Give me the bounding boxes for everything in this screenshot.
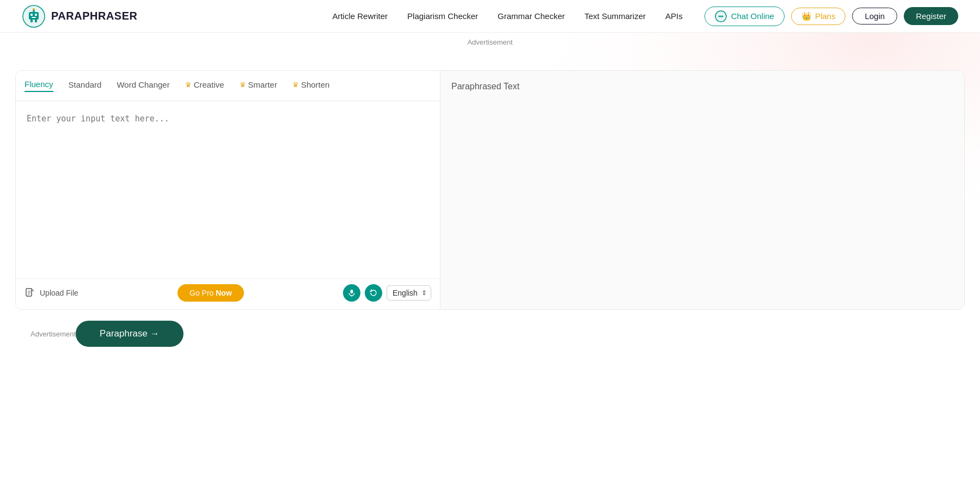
go-pro-now-label: Now <box>216 289 232 297</box>
nav-article-rewriter[interactable]: Article Rewriter <box>332 11 388 21</box>
crown-icon: 👑 <box>801 11 812 21</box>
ad-top: Advertisement <box>0 33 980 48</box>
svg-rect-9 <box>35 20 37 22</box>
nav-apis[interactable]: APIs <box>665 11 683 21</box>
paraphrase-area: Advertisement Paraphrase → <box>15 310 965 358</box>
svg-rect-15 <box>26 289 32 296</box>
header-actions: Chat Online 👑 Plans Login Register <box>705 7 958 26</box>
svg-rect-8 <box>30 20 33 22</box>
tab-shorten[interactable]: ♛ Shorten <box>292 80 330 91</box>
footer-right: English ⇕ <box>343 284 431 302</box>
tab-word-changer-label: Word Changer <box>117 80 169 89</box>
tab-smarter-label: Smarter <box>248 80 277 89</box>
go-pro-label: Go Pro <box>189 289 216 297</box>
paraphrase-button[interactable]: Paraphrase → <box>76 321 183 347</box>
microphone-icon <box>348 289 356 297</box>
go-pro-button[interactable]: Go Pro Now <box>177 284 244 302</box>
tool-panel: Fluency Standard Word Changer ♛ Creative… <box>15 70 965 310</box>
svg-rect-4 <box>32 17 36 18</box>
register-button[interactable]: Register <box>904 7 958 25</box>
language-select[interactable]: English <box>387 285 431 301</box>
tab-creative-label: Creative <box>194 80 224 89</box>
plans-label: Plans <box>815 11 836 21</box>
upload-file-button[interactable]: Upload File <box>24 287 78 298</box>
nav-text-summarizer[interactable]: Text Summarizer <box>584 11 646 21</box>
smarter-crown-icon: ♛ <box>240 81 246 89</box>
svg-point-7 <box>33 8 35 10</box>
input-textarea[interactable] <box>16 101 440 278</box>
logo-icon <box>22 4 46 28</box>
tab-word-changer[interactable]: Word Changer <box>117 80 169 91</box>
svg-point-12 <box>720 15 721 17</box>
refresh-button[interactable] <box>365 284 382 302</box>
language-wrapper: English ⇕ <box>387 285 431 301</box>
tab-shorten-label: Shorten <box>301 80 330 89</box>
output-panel: Paraphrased Text <box>440 71 964 309</box>
tab-fluency[interactable]: Fluency <box>24 79 53 92</box>
nav-grammar-checker[interactable]: Grammar Checker <box>498 11 565 21</box>
upload-icon <box>24 287 35 298</box>
header: PARAPHRASER Article Rewriter Plagiarism … <box>0 0 980 33</box>
tab-fluency-label: Fluency <box>24 79 53 89</box>
tab-creative[interactable]: ♛ Creative <box>185 80 224 91</box>
svg-rect-1 <box>29 12 39 20</box>
plans-button[interactable]: 👑 Plans <box>791 8 846 25</box>
ad-top-label: Advertisement <box>467 38 512 46</box>
chat-online-button[interactable]: Chat Online <box>705 7 785 26</box>
tab-standard-label: Standard <box>69 80 102 89</box>
shorten-crown-icon: ♛ <box>292 81 299 89</box>
main-content: Fluency Standard Word Changer ♛ Creative… <box>0 48 980 369</box>
register-label: Register <box>916 11 946 21</box>
upload-file-label: Upload File <box>40 289 78 297</box>
paraphrase-btn-label: Paraphrase → <box>100 328 160 339</box>
tabs: Fluency Standard Word Changer ♛ Creative… <box>16 71 440 101</box>
tab-smarter[interactable]: ♛ Smarter <box>240 80 277 91</box>
login-label: Login <box>865 11 885 21</box>
output-title: Paraphrased Text <box>451 82 953 91</box>
login-button[interactable]: Login <box>852 8 897 24</box>
creative-crown-icon: ♛ <box>185 81 192 89</box>
nav-links: Article Rewriter Plagiarism Checker Gram… <box>332 11 682 21</box>
nav-plagiarism-checker[interactable]: Plagiarism Checker <box>407 11 478 21</box>
chat-online-label: Chat Online <box>731 11 774 21</box>
logo-text: PARAPHRASER <box>51 10 137 22</box>
logo-area: PARAPHRASER <box>22 4 137 28</box>
input-panel: Fluency Standard Word Changer ♛ Creative… <box>16 71 440 309</box>
tab-standard[interactable]: Standard <box>69 80 102 91</box>
microphone-button[interactable] <box>343 284 360 302</box>
svg-rect-19 <box>350 290 353 293</box>
ad-bottom-label: Advertisement <box>30 330 76 338</box>
input-footer: Upload File Go Pro Now <box>16 278 440 309</box>
svg-point-11 <box>718 15 720 17</box>
svg-rect-2 <box>30 14 33 16</box>
chat-icon <box>715 10 727 22</box>
svg-rect-3 <box>35 14 37 16</box>
refresh-icon <box>370 289 377 297</box>
svg-point-13 <box>721 15 723 17</box>
